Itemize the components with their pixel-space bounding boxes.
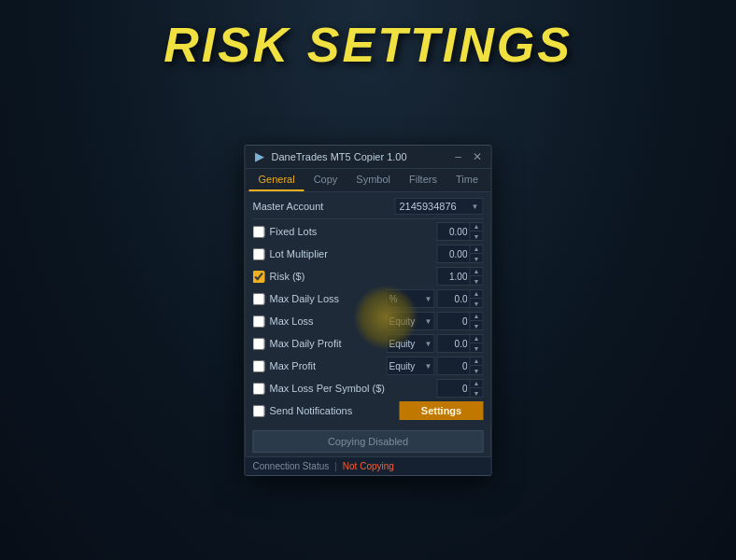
title-bar-left: ▶ DaneTrades MT5 Copier 1.00 [253, 150, 407, 163]
max-daily-profit-up[interactable]: ▲ [471, 334, 483, 343]
max-profit-dropdown-value: Equity [389, 361, 416, 371]
tab-time[interactable]: Time [446, 169, 488, 191]
max-daily-profit-checkbox[interactable] [253, 338, 265, 350]
max-profit-up[interactable]: ▲ [471, 357, 483, 366]
risk-checkbox[interactable] [253, 271, 265, 283]
max-daily-loss-up[interactable]: ▲ [471, 289, 483, 299]
max-loss-per-symbol-checkbox[interactable] [253, 383, 265, 395]
lot-multiplier-label: Lot Multiplier [270, 248, 437, 259]
fixed-lots-up[interactable]: ▲ [471, 222, 483, 231]
fixed-lots-spinner: ▲ ▼ [470, 222, 483, 241]
tab-bar: General Copy Symbol Filters Time [246, 169, 491, 192]
risk-row: Risk ($) ▲ ▼ [253, 266, 484, 287]
master-account-row: Master Account 2145934876 ▼ [253, 198, 484, 215]
max-profit-label: Max Profit [270, 360, 387, 371]
risk-spinner: ▲ ▼ [470, 267, 483, 286]
max-profit-checkbox[interactable] [253, 360, 265, 372]
page-title: RISK SETTINGS [0, 0, 736, 73]
lot-multiplier-up[interactable]: ▲ [471, 245, 483, 254]
max-daily-profit-down[interactable]: ▼ [471, 343, 483, 353]
max-loss-input[interactable] [438, 315, 470, 328]
max-profit-spinner: ▲ ▼ [470, 357, 483, 375]
lot-multiplier-spinner: ▲ ▼ [470, 245, 483, 263]
send-notifications-checkbox[interactable] [253, 405, 265, 417]
risk-label: Risk ($) [270, 271, 437, 282]
max-daily-loss-label: Max Daily Loss [270, 293, 387, 304]
notifications-settings-button[interactable]: Settings [400, 401, 484, 420]
app-icon: ▶ [253, 150, 266, 163]
max-profit-dropdown[interactable]: Equity ▼ [387, 357, 435, 375]
risk-up[interactable]: ▲ [471, 267, 483, 276]
fixed-lots-checkbox[interactable] [253, 226, 265, 238]
chevron-down-icon: ▼ [425, 317, 432, 326]
fixed-lots-input-wrap: ▲ ▼ [437, 222, 484, 241]
max-daily-loss-input-wrap: ▲ ▼ [437, 289, 484, 308]
chevron-down-icon: ▼ [425, 340, 432, 348]
status-value: Not Copying [343, 461, 394, 471]
max-loss-per-symbol-up[interactable]: ▲ [471, 379, 483, 388]
max-loss-spinner: ▲ ▼ [470, 312, 483, 330]
fixed-lots-input[interactable] [438, 226, 470, 238]
max-loss-row: Max Loss Equity ▼ ▲ ▼ [253, 311, 484, 331]
max-daily-loss-checkbox[interactable] [253, 293, 265, 305]
status-bar: Connection Status | Not Copying [246, 456, 491, 475]
max-daily-loss-dropdown-value: % [389, 294, 398, 304]
max-daily-profit-dropdown-value: Equity [389, 339, 416, 349]
master-account-label: Master Account [253, 201, 324, 212]
chevron-down-icon: ▼ [425, 362, 432, 371]
tab-copy[interactable]: Copy [304, 169, 347, 191]
lot-multiplier-row: Lot Multiplier ▲ ▼ [253, 244, 484, 264]
chevron-down-icon: ▼ [472, 203, 479, 211]
dialog-title: DaneTrades MT5 Copier 1.00 [272, 151, 407, 162]
fixed-lots-down[interactable]: ▼ [471, 231, 483, 241]
max-loss-per-symbol-row: Max Loss Per Symbol ($) ▲ ▼ [253, 378, 484, 399]
lot-multiplier-input-wrap: ▲ ▼ [437, 245, 484, 263]
risk-down[interactable]: ▼ [471, 276, 483, 286]
max-loss-dropdown[interactable]: Equity ▼ [387, 312, 435, 330]
dialog-window: ▶ DaneTrades MT5 Copier 1.00 – ✕ General… [245, 145, 492, 476]
max-loss-down[interactable]: ▼ [471, 321, 483, 330]
max-loss-input-wrap: ▲ ▼ [437, 312, 484, 330]
fixed-lots-label: Fixed Lots [270, 226, 437, 237]
max-profit-row: Max Profit Equity ▼ ▲ ▼ [253, 356, 484, 376]
max-daily-loss-input[interactable] [438, 293, 470, 305]
tab-general[interactable]: General [249, 169, 304, 191]
risk-input[interactable] [438, 271, 470, 283]
lot-multiplier-input[interactable] [438, 248, 470, 260]
status-separator: | [334, 461, 337, 471]
tab-symbol[interactable]: Symbol [347, 169, 400, 191]
lot-multiplier-checkbox[interactable] [253, 248, 265, 260]
title-bar: ▶ DaneTrades MT5 Copier 1.00 – ✕ [246, 146, 491, 169]
max-loss-per-symbol-spinner: ▲ ▼ [470, 379, 483, 398]
max-daily-loss-down[interactable]: ▼ [471, 299, 483, 308]
max-profit-input[interactable] [438, 360, 470, 372]
close-button[interactable]: ✕ [471, 150, 484, 163]
max-loss-per-symbol-label: Max Loss Per Symbol ($) [270, 383, 437, 394]
max-loss-per-symbol-input[interactable] [438, 383, 470, 395]
max-loss-label: Max Loss [270, 315, 387, 327]
copy-disabled-button[interactable]: Copying Disabled [253, 430, 484, 453]
minimize-button[interactable]: – [452, 150, 465, 163]
max-daily-loss-dropdown[interactable]: % ▼ [387, 289, 435, 308]
fixed-lots-row: Fixed Lots ▲ ▼ [253, 221, 484, 242]
master-account-select[interactable]: 2145934876 ▼ [395, 198, 484, 215]
lot-multiplier-down[interactable]: ▼ [471, 254, 483, 263]
master-account-value: 2145934876 [400, 201, 457, 212]
max-profit-input-wrap: ▲ ▼ [437, 357, 484, 375]
tab-filters[interactable]: Filters [400, 169, 446, 191]
max-daily-profit-row: Max Daily Profit Equity ▼ ▲ ▼ [253, 333, 484, 354]
max-loss-per-symbol-input-wrap: ▲ ▼ [437, 379, 484, 398]
max-loss-per-symbol-down[interactable]: ▼ [471, 388, 483, 398]
max-loss-checkbox[interactable] [253, 315, 265, 328]
max-loss-dropdown-value: Equity [389, 316, 416, 327]
max-daily-profit-spinner: ▲ ▼ [470, 334, 483, 353]
connection-status-label: Connection Status [253, 461, 330, 471]
max-loss-up[interactable]: ▲ [471, 312, 483, 321]
max-daily-profit-label: Max Daily Profit [270, 338, 387, 349]
risk-input-wrap: ▲ ▼ [437, 267, 484, 286]
max-profit-down[interactable]: ▼ [471, 366, 483, 375]
max-daily-profit-dropdown[interactable]: Equity ▼ [387, 334, 435, 353]
chevron-down-icon: ▼ [425, 295, 432, 303]
max-daily-profit-input[interactable] [438, 338, 470, 350]
max-daily-profit-input-wrap: ▲ ▼ [437, 334, 484, 353]
